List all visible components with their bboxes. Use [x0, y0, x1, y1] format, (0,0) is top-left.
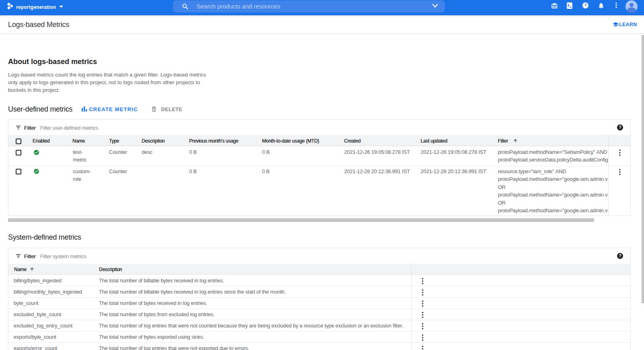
svg-text:?: ?: [619, 125, 621, 130]
svg-text:?: ?: [619, 253, 621, 258]
svg-text:?: ?: [584, 3, 587, 8]
